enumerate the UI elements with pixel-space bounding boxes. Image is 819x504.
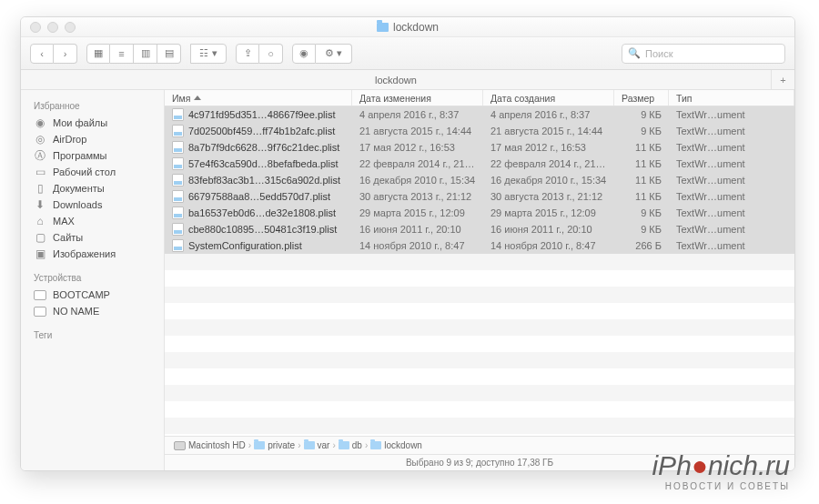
file-created: 22 февраля 2014 г., 21:54 <box>483 158 614 169</box>
path-segment[interactable]: db <box>339 440 362 450</box>
column-size[interactable]: Размер <box>614 90 669 106</box>
file-modified: 22 февраля 2014 г., 21:54 <box>352 158 483 169</box>
sidebar-item-label: Downloads <box>53 199 102 210</box>
file-size: 11 КБ <box>614 191 669 202</box>
titlebar[interactable]: lockdown <box>21 17 794 37</box>
list-view-button[interactable]: ≡ <box>110 44 134 64</box>
empty-row <box>165 319 794 336</box>
action-group: ⇪ ○ <box>236 44 283 64</box>
sidebar-item-home[interactable]: ⌂MAX <box>21 213 164 229</box>
column-modified[interactable]: Дата изменения <box>352 90 483 106</box>
file-size: 9 КБ <box>614 207 669 218</box>
file-icon <box>172 223 184 236</box>
tab-lockdown[interactable]: lockdown <box>21 70 771 89</box>
search-input[interactable]: 🔍 Поиск <box>622 44 785 64</box>
sidebar-item-user[interactable]: ◉Mои файлы <box>21 115 164 131</box>
sidebar-item-docs[interactable]: ▯Документы <box>21 180 164 197</box>
empty-row <box>165 401 794 418</box>
forward-button[interactable]: › <box>54 44 77 64</box>
table-row[interactable]: 4c971fd95d351…48667f9ee.plist4 апреля 20… <box>165 106 794 123</box>
sidebar-item-label: Сайты <box>53 232 83 243</box>
file-icon <box>172 207 184 219</box>
sidebar-device[interactable]: NO NAME <box>21 303 164 319</box>
airdrop-icon: ◎ <box>34 134 46 145</box>
column-headers: Имя Дата изменения Дата создания Размер … <box>165 90 794 106</box>
file-type: TextWr…ument <box>669 207 794 218</box>
file-type: TextWr…ument <box>669 240 794 251</box>
tags-button[interactable]: ○ <box>259 44 283 64</box>
path-segment[interactable]: Macintosh HD <box>174 440 246 450</box>
sidebar-item-desktop[interactable]: ▭Рабочий стол <box>21 164 164 180</box>
sidebar-device[interactable]: BOOTCAMP <box>21 287 164 303</box>
file-type: TextWr…ument <box>669 158 794 169</box>
table-row[interactable]: 66797588aa8…5edd570d7.plist30 августа 20… <box>165 188 794 205</box>
sidebar-item-label: MAX <box>53 216 75 227</box>
table-row[interactable]: ba16537eb0d6…de32e1808.plist29 марта 201… <box>165 205 794 221</box>
coverflow-view-button[interactable]: ▤ <box>157 44 181 64</box>
path-segment[interactable]: lockdown <box>370 440 422 450</box>
file-created: 29 марта 2015 г., 12:09 <box>483 207 614 218</box>
icon-view-button[interactable]: ▦ <box>86 44 110 64</box>
zoom-icon[interactable] <box>65 22 76 33</box>
path-segment[interactable]: private <box>254 440 295 450</box>
arrange-button[interactable]: ☷ ▾ <box>190 44 227 64</box>
sidebar-item-pictures[interactable]: ▣Изображения <box>21 246 164 262</box>
table-row[interactable]: 83febf83ac3b1…315c6a902d.plist16 декабря… <box>165 172 794 188</box>
path-separator: › <box>365 440 368 450</box>
file-size: 266 Б <box>614 240 669 251</box>
file-created: 16 декабря 2010 г., 15:34 <box>483 175 614 186</box>
file-type: TextWr…ument <box>669 175 794 186</box>
sidebar-item-apps[interactable]: ⒶПрограммы <box>21 147 164 164</box>
empty-row <box>165 368 794 385</box>
home-icon: ⌂ <box>34 216 46 227</box>
downloads-icon: ⬇ <box>34 199 46 210</box>
sidebar-item-downloads[interactable]: ⬇Downloads <box>21 197 164 213</box>
folder-icon: ▢ <box>34 232 46 243</box>
empty-row <box>165 418 794 434</box>
quicklook-button[interactable]: ◉ <box>292 44 316 64</box>
action-menu-button[interactable]: ⚙ ▾ <box>316 44 352 64</box>
file-name: 57e4f63ca590d…8befafbeda.plist <box>188 158 339 169</box>
table-row[interactable]: 7d02500bf459…ff74b1b2afc.plist21 августа… <box>165 123 794 139</box>
table-row[interactable]: SystemConfiguration.plist14 ноября 2010 … <box>165 237 794 254</box>
sidebar-devices-header: Устройства <box>21 269 164 287</box>
file-created: 17 мая 2012 г., 16:53 <box>483 142 614 153</box>
folder-icon <box>254 441 265 449</box>
folder-icon <box>377 23 389 32</box>
window-title: lockdown <box>377 21 439 34</box>
nav-buttons: ‹ › <box>30 44 77 64</box>
column-created[interactable]: Дата создания <box>483 90 614 106</box>
empty-row <box>165 287 794 303</box>
close-icon[interactable] <box>30 22 41 33</box>
quicklook-group: ◉ ⚙ ▾ <box>292 44 352 64</box>
new-tab-button[interactable]: + <box>771 70 794 89</box>
back-button[interactable]: ‹ <box>30 44 54 64</box>
sidebar-item-label: Документы <box>53 183 105 194</box>
file-size: 11 КБ <box>614 142 669 153</box>
disk-icon <box>34 289 46 300</box>
path-segment[interactable]: var <box>304 440 330 450</box>
view-buttons: ▦ ≡ ▥ ▤ <box>86 44 181 64</box>
sidebar-item-airdrop[interactable]: ◎AirDrop <box>21 131 164 147</box>
table-row[interactable]: 57e4f63ca590d…8befafbeda.plist22 февраля… <box>165 156 794 172</box>
toolbar: ‹ › ▦ ≡ ▥ ▤ ☷ ▾ ⇪ ○ ◉ ⚙ ▾ 🔍 Поиск <box>21 37 794 70</box>
traffic-lights <box>30 22 76 33</box>
column-name[interactable]: Имя <box>165 90 352 106</box>
minimize-icon[interactable] <box>47 22 58 33</box>
empty-row <box>165 303 794 319</box>
column-type[interactable]: Тип <box>669 90 794 106</box>
share-button[interactable]: ⇪ <box>236 44 259 64</box>
watermark: iPh●nich.ru НОВОСТИ И СОВЕТЫ <box>652 450 790 491</box>
sidebar-item-folder[interactable]: ▢Сайты <box>21 229 164 246</box>
table-row[interactable]: cbe880c10895…50481c3f19.plist16 июня 201… <box>165 221 794 237</box>
column-view-button[interactable]: ▥ <box>134 44 157 64</box>
file-modified: 16 июня 2011 г., 20:10 <box>352 224 483 235</box>
file-name: 8a7b7f9dc6628…9f76c21dec.plist <box>188 142 339 153</box>
table-row[interactable]: 8a7b7f9dc6628…9f76c21dec.plist17 мая 201… <box>165 139 794 156</box>
file-icon <box>172 190 184 203</box>
file-type: TextWr…ument <box>669 224 794 235</box>
file-name: SystemConfiguration.plist <box>188 240 302 251</box>
file-icon <box>172 141 184 154</box>
tab-bar: lockdown + <box>21 70 794 90</box>
folder-icon <box>370 441 381 449</box>
